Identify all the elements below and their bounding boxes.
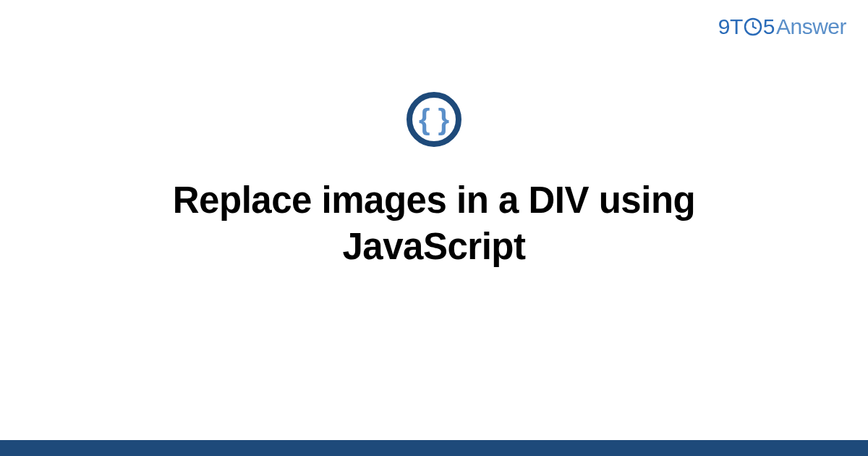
logo-part-answer: Answer xyxy=(776,14,846,39)
svg-line-2 xyxy=(753,27,756,28)
bottom-accent-bar xyxy=(0,440,868,456)
svg-text:{ }: { } xyxy=(419,104,449,135)
logo-part-9: 9 xyxy=(718,14,730,39)
logo-part-t: T xyxy=(730,14,743,39)
site-logo: 9 T 5 Answer xyxy=(718,14,846,39)
page-title: Replace images in a DIV using JavaScript xyxy=(109,177,760,270)
logo-part-5: 5 xyxy=(763,14,775,39)
clock-icon xyxy=(744,17,762,36)
code-braces-icon: { } xyxy=(405,90,463,148)
main-content: { } Replace images in a DIV using JavaSc… xyxy=(0,90,868,270)
